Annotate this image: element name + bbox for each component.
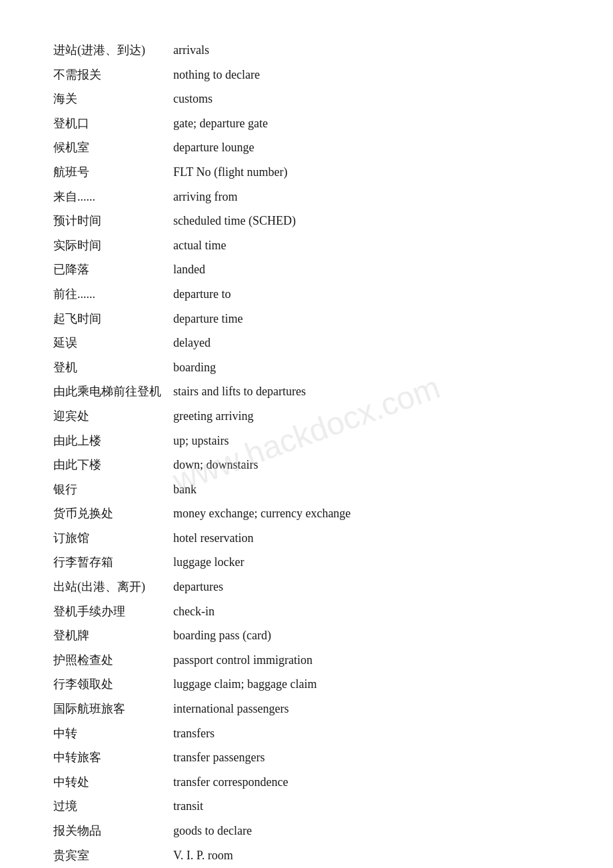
english-term: bank bbox=[173, 479, 560, 500]
list-item: 不需报关nothing to declare bbox=[53, 65, 560, 85]
english-term: luggage claim; baggage claim bbox=[173, 674, 560, 695]
english-term: boarding bbox=[173, 357, 560, 378]
chinese-term: 由此上楼 bbox=[53, 431, 173, 451]
list-item: 登机口gate; departure gate bbox=[53, 113, 560, 134]
list-item: 已降落landed bbox=[53, 259, 560, 280]
list-item: 登机手续办理check-in bbox=[53, 601, 560, 622]
chinese-term: 订旅馆 bbox=[53, 528, 173, 549]
english-term: international passengers bbox=[173, 699, 560, 719]
list-item: 银行bank bbox=[53, 479, 560, 500]
list-item: 由此上楼up; upstairs bbox=[53, 431, 560, 451]
list-item: 由此乘电梯前往登机stairs and lifts to departures bbox=[53, 381, 560, 402]
vocabulary-list: 进站(进港、到达)arrivals不需报关nothing to declare海… bbox=[53, 40, 560, 868]
english-term: stairs and lifts to departures bbox=[173, 381, 560, 402]
list-item: 贵宾室V. I. P. room bbox=[53, 845, 560, 866]
english-term: V. I. P. room bbox=[173, 845, 560, 866]
english-term: landed bbox=[173, 259, 560, 280]
list-item: 进站(进港、到达)arrivals bbox=[53, 40, 560, 61]
chinese-term: 登机手续办理 bbox=[53, 601, 173, 622]
chinese-term: 中转旅客 bbox=[53, 747, 173, 768]
chinese-term: 候机室 bbox=[53, 137, 173, 158]
english-term: check-in bbox=[173, 601, 560, 622]
english-term: transfer correspondence bbox=[173, 772, 560, 793]
english-term: departure lounge bbox=[173, 137, 560, 158]
list-item: 起飞时间departure time bbox=[53, 309, 560, 329]
english-term: goods to declare bbox=[173, 821, 560, 841]
chinese-term: 护照检查处 bbox=[53, 650, 173, 671]
list-item: 预计时间scheduled time (SCHED) bbox=[53, 211, 560, 231]
chinese-term: 实际时间 bbox=[53, 235, 173, 256]
chinese-term: 出站(出港、离开) bbox=[53, 577, 173, 597]
english-term: down; downstairs bbox=[173, 455, 560, 475]
list-item: 前往......departure to bbox=[53, 284, 560, 305]
list-item: 来自......arriving from bbox=[53, 187, 560, 207]
chinese-term: 登机口 bbox=[53, 113, 173, 134]
list-item: 登机boarding bbox=[53, 357, 560, 378]
chinese-term: 预计时间 bbox=[53, 211, 173, 231]
chinese-term: 行李暂存箱 bbox=[53, 552, 173, 573]
english-term: arrivals bbox=[173, 40, 560, 61]
chinese-term: 货币兑换处 bbox=[53, 503, 173, 524]
english-term: boarding pass (card) bbox=[173, 625, 560, 646]
chinese-term: 登机 bbox=[53, 357, 173, 378]
chinese-term: 不需报关 bbox=[53, 65, 173, 85]
list-item: 中转处transfer correspondence bbox=[53, 772, 560, 793]
chinese-term: 起飞时间 bbox=[53, 309, 173, 329]
english-term: scheduled time (SCHED) bbox=[173, 211, 560, 231]
chinese-term: 登机牌 bbox=[53, 625, 173, 646]
list-item: 航班号FLT No (flight number) bbox=[53, 162, 560, 183]
english-term: departures bbox=[173, 577, 560, 597]
list-item: 中转transfers bbox=[53, 723, 560, 744]
english-term: transfers bbox=[173, 723, 560, 744]
english-term: arriving from bbox=[173, 187, 560, 207]
list-item: 过境transit bbox=[53, 796, 560, 817]
list-item: 由此下楼down; downstairs bbox=[53, 455, 560, 475]
chinese-term: 国际航班旅客 bbox=[53, 699, 173, 719]
chinese-term: 前往...... bbox=[53, 284, 173, 305]
chinese-term: 贵宾室 bbox=[53, 845, 173, 866]
english-term: nothing to declare bbox=[173, 65, 560, 85]
english-term: departure to bbox=[173, 284, 560, 305]
chinese-term: 进站(进港、到达) bbox=[53, 40, 173, 61]
chinese-term: 过境 bbox=[53, 796, 173, 817]
english-term: departure time bbox=[173, 309, 560, 329]
list-item: 迎宾处greeting arriving bbox=[53, 406, 560, 427]
list-item: 候机室departure lounge bbox=[53, 137, 560, 158]
chinese-term: 由此下楼 bbox=[53, 455, 173, 475]
list-item: 货币兑换处money exchange; currency exchange bbox=[53, 503, 560, 524]
english-term: delayed bbox=[173, 333, 560, 353]
english-term: customs bbox=[173, 89, 560, 109]
list-item: 行李暂存箱luggage locker bbox=[53, 552, 560, 573]
english-term: hotel reservation bbox=[173, 528, 560, 549]
chinese-term: 报关物品 bbox=[53, 821, 173, 841]
list-item: 实际时间actual time bbox=[53, 235, 560, 256]
list-item: 国际航班旅客international passengers bbox=[53, 699, 560, 719]
list-item: 中转旅客transfer passengers bbox=[53, 747, 560, 768]
list-item: 行李领取处luggage claim; baggage claim bbox=[53, 674, 560, 695]
chinese-term: 来自...... bbox=[53, 187, 173, 207]
list-item: 出站(出港、离开)departures bbox=[53, 577, 560, 597]
chinese-term: 中转 bbox=[53, 723, 173, 744]
chinese-term: 由此乘电梯前往登机 bbox=[53, 381, 173, 402]
list-item: 订旅馆hotel reservation bbox=[53, 528, 560, 549]
list-item: 延误delayed bbox=[53, 333, 560, 353]
english-term: transfer passengers bbox=[173, 747, 560, 768]
list-item: 护照检查处passport control immigration bbox=[53, 650, 560, 671]
chinese-term: 中转处 bbox=[53, 772, 173, 793]
chinese-term: 银行 bbox=[53, 479, 173, 500]
list-item: 海关customs bbox=[53, 89, 560, 109]
chinese-term: 海关 bbox=[53, 89, 173, 109]
english-term: gate; departure gate bbox=[173, 113, 560, 134]
english-term: luggage locker bbox=[173, 552, 560, 573]
chinese-term: 航班号 bbox=[53, 162, 173, 183]
english-term: passport control immigration bbox=[173, 650, 560, 671]
english-term: actual time bbox=[173, 235, 560, 256]
english-term: FLT No (flight number) bbox=[173, 162, 560, 183]
list-item: 报关物品goods to declare bbox=[53, 821, 560, 841]
chinese-term: 行李领取处 bbox=[53, 674, 173, 695]
chinese-term: 延误 bbox=[53, 333, 173, 353]
english-term: money exchange; currency exchange bbox=[173, 503, 560, 524]
english-term: greeting arriving bbox=[173, 406, 560, 427]
chinese-term: 迎宾处 bbox=[53, 406, 173, 427]
chinese-term: 已降落 bbox=[53, 259, 173, 280]
